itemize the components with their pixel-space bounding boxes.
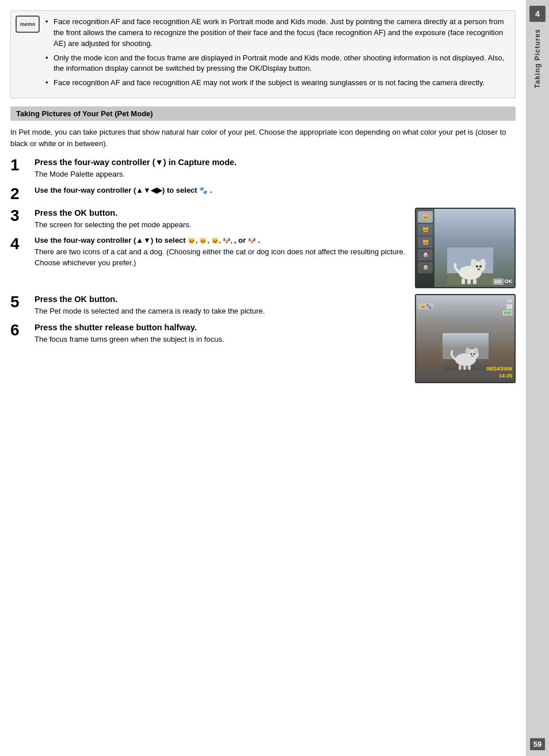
chapter-label: Taking Pictures bbox=[533, 29, 542, 88]
memo-item-1: Face recognition AF and face recognition… bbox=[45, 17, 508, 49]
ok-button-area: OK OK bbox=[493, 278, 513, 285]
memo-item-2: Only the mode icon and the focus frame a… bbox=[45, 53, 508, 75]
main-content: memo Face recognition AF and face recogn… bbox=[0, 0, 526, 756]
pet-icon-cat-gray: 🐱 bbox=[418, 224, 433, 235]
dog-image-svg bbox=[447, 247, 493, 285]
hud-left: 🐱🐾 bbox=[418, 303, 433, 310]
memo-icon: memo bbox=[16, 16, 40, 33]
ok-btn-label: OK bbox=[493, 278, 504, 285]
step-6-content: Press the shutter release button halfway… bbox=[35, 322, 409, 345]
pet-icons-row: 🐱, 🐱, 🐱, 🐶, bbox=[188, 237, 234, 244]
pet-icon-last: 🐶 bbox=[248, 237, 256, 244]
steps-container: 1 Press the four-way controller (▼) in C… bbox=[10, 157, 516, 383]
chapter-tab: 4 bbox=[529, 6, 546, 22]
pet-selection-screen: 🐱 🐱 🐱 🐶 🐶 bbox=[415, 208, 516, 288]
step-1-number: 1 bbox=[10, 157, 31, 173]
pet-mode-icon: 🐾 bbox=[199, 186, 208, 194]
step-3: 3 Press the OK button. The screen for se… bbox=[10, 208, 409, 231]
svg-point-16 bbox=[466, 348, 470, 354]
svg-point-19 bbox=[473, 353, 475, 354]
step-3-content: Press the OK button. The screen for sele… bbox=[35, 208, 409, 231]
hud-right: 🗂 38 bbox=[503, 297, 512, 315]
step-1-content: Press the four-way controller (▼) in Cap… bbox=[35, 157, 516, 180]
step-5-content: Press the OK button. The Pet mode is sel… bbox=[35, 294, 409, 317]
dog-silhouette bbox=[443, 330, 489, 371]
steps-3-4-left: 3 Press the OK button. The screen for se… bbox=[10, 208, 409, 288]
memo-item-3: Face recognition AF and face recognition… bbox=[45, 78, 508, 89]
step-6: 6 Press the shutter release button halfw… bbox=[10, 322, 409, 345]
pet-photo-area: OK OK bbox=[434, 209, 514, 287]
hud-pet-icon: 🐱🐾 bbox=[418, 303, 433, 310]
step-1-detail: The Mode Palette appears. bbox=[35, 169, 516, 180]
svg-rect-11 bbox=[473, 278, 476, 284]
step-3-detail: The screen for selecting the pet mode ap… bbox=[35, 220, 409, 231]
step-4-content: Use the four-way controller (▲▼) to sele… bbox=[35, 236, 409, 269]
pet-icon-dog-black: 🐶 bbox=[418, 262, 433, 273]
step-1-title: Press the four-way controller (▼) in Cap… bbox=[35, 157, 516, 168]
svg-point-18 bbox=[470, 353, 472, 354]
camera-view-screen: 🐱🐾 🗂 38 bbox=[415, 294, 516, 383]
camera-dog-svg bbox=[443, 333, 489, 371]
camera-view-screen-container: 🐱🐾 🗂 38 bbox=[415, 294, 516, 383]
steps-5-6-container: 5 Press the OK button. The Pet mode is s… bbox=[10, 294, 516, 383]
svg-rect-22 bbox=[463, 365, 466, 370]
svg-point-20 bbox=[471, 355, 474, 357]
step-6-title: Press the shutter release button halfway… bbox=[35, 322, 409, 333]
storage-icon: 🗂 bbox=[507, 297, 512, 303]
pet-icons-panel: 🐱 🐱 🐱 🐶 🐶 bbox=[416, 209, 434, 287]
steps-3-4-container: 3 Press the OK button. The screen for se… bbox=[10, 208, 516, 288]
pet-icon-cat-white: 🐱 bbox=[418, 211, 433, 223]
steps-5-6-left: 5 Press the OK button. The Pet mode is s… bbox=[10, 294, 409, 383]
step-6-number: 6 bbox=[10, 322, 31, 338]
svg-point-6 bbox=[476, 265, 478, 268]
intro-text: In Pet mode, you can take pictures that … bbox=[10, 127, 516, 149]
right-sidebar: 4 Taking Pictures 59 bbox=[526, 0, 549, 756]
step-3-title: Press the OK button. bbox=[35, 208, 409, 219]
step-4-detail: There are two icons of a cat and a dog. … bbox=[35, 247, 409, 269]
step-1: 1 Press the four-way controller (▼) in C… bbox=[10, 157, 516, 180]
svg-point-4 bbox=[471, 259, 476, 268]
camera-hud-top: 🐱🐾 🗂 38 bbox=[418, 297, 512, 315]
step-2-number: 2 bbox=[10, 186, 31, 202]
camera-view-layout: 🐱🐾 🗂 38 bbox=[416, 295, 514, 382]
step-5-detail: The Pet mode is selected and the camera … bbox=[35, 306, 409, 317]
step-4-title: Use the four-way controller (▲▼) to sele… bbox=[35, 236, 409, 246]
pet-icon-cat-black: 🐱 bbox=[418, 236, 433, 248]
step-5: 5 Press the OK button. The Pet mode is s… bbox=[10, 294, 409, 317]
step-2-title: Use the four-way controller (▲▼◀▶) to se… bbox=[35, 186, 516, 196]
step-6-detail: The focus frame turns green when the sub… bbox=[35, 334, 409, 345]
camera-date: 08/24/2006 14:25 bbox=[486, 366, 512, 379]
battery-icon bbox=[503, 311, 512, 315]
step-2: 2 Use the four-way controller (▲▼◀▶) to … bbox=[10, 186, 516, 202]
page-number: 59 bbox=[530, 738, 545, 750]
svg-rect-21 bbox=[459, 365, 462, 370]
svg-point-8 bbox=[477, 268, 481, 270]
step-5-title: Press the OK button. bbox=[35, 294, 409, 305]
step-4-number: 4 bbox=[10, 236, 31, 252]
step-4: 4 Use the four-way controller (▲▼) to se… bbox=[10, 236, 409, 269]
shot-count: 38 bbox=[506, 304, 512, 310]
pet-screen-layout: 🐱 🐱 🐱 🐶 🐶 bbox=[416, 209, 514, 287]
step-5-number: 5 bbox=[10, 294, 31, 310]
memo-list: Face recognition AF and face recognition… bbox=[45, 17, 508, 89]
step-3-number: 3 bbox=[10, 208, 31, 224]
svg-rect-10 bbox=[467, 278, 471, 284]
ok-text: OK bbox=[505, 278, 513, 284]
pet-selection-screen-container: 🐱 🐱 🐱 🐶 🐶 bbox=[415, 208, 516, 288]
memo-box: memo Face recognition AF and face recogn… bbox=[10, 10, 516, 98]
step-2-content: Use the four-way controller (▲▼◀▶) to se… bbox=[35, 186, 516, 196]
svg-point-7 bbox=[479, 265, 482, 268]
section-header: Taking Pictures of Your Pet (Pet Mode) bbox=[10, 106, 516, 121]
svg-rect-9 bbox=[462, 278, 465, 284]
svg-rect-23 bbox=[468, 365, 471, 370]
pet-icon-dog-white: 🐶 bbox=[418, 249, 433, 261]
